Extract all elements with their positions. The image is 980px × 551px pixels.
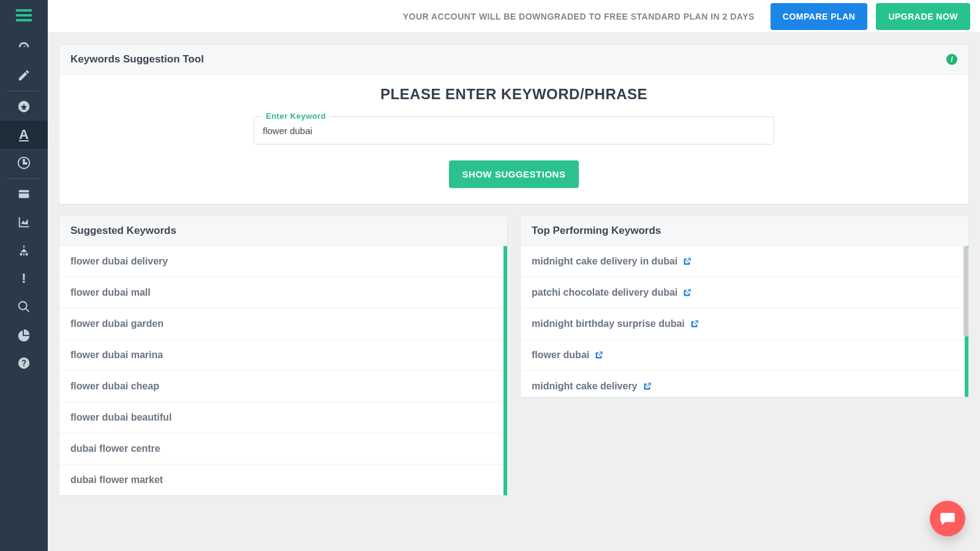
- suggested-keyword-row[interactable]: flower dubai mall: [59, 277, 507, 309]
- keyword-tool-card: Keywords Suggestion Tool i PLEASE ENTER …: [59, 44, 969, 204]
- external-link-icon[interactable]: [682, 288, 692, 298]
- external-link-icon[interactable]: [682, 257, 692, 266]
- suggested-keyword-row[interactable]: flower dubai garden: [59, 309, 507, 340]
- suggested-keyword-row[interactable]: flower dubai delivery: [59, 246, 507, 277]
- chat-icon: [939, 510, 956, 527]
- top-performing-card: Top Performing Keywords midnight cake de…: [520, 216, 969, 397]
- app-root: A !: [0, 0, 980, 551]
- chat-button[interactable]: [930, 501, 965, 536]
- text-icon: A: [19, 128, 29, 141]
- nav-edit[interactable]: [0, 61, 48, 89]
- sitemap-icon: [17, 244, 31, 257]
- keyword-text: flower dubai delivery: [70, 256, 168, 267]
- dashboard-icon: [17, 40, 31, 54]
- search-icon: [17, 300, 31, 313]
- external-link-icon[interactable]: [690, 320, 699, 329]
- top-keyword-row[interactable]: midnight cake delivery in dubai: [521, 246, 968, 277]
- keyword-input-wrap: Enter Keyword: [254, 116, 774, 144]
- keyword-text: patchi chocolate delivery dubai: [532, 287, 677, 298]
- nav-alert[interactable]: !: [0, 264, 48, 293]
- star-icon: [17, 100, 31, 113]
- top-keyword-row[interactable]: midnight cake delivery: [521, 371, 968, 397]
- suggested-keywords-card: Suggested Keywords flower dubai delivery…: [59, 216, 508, 496]
- topbar: YOUR ACCOUNT WILL BE DOWNGRADED TO FREE …: [48, 0, 980, 33]
- top-keyword-row[interactable]: flower dubai: [521, 340, 968, 371]
- results-columns: Suggested Keywords flower dubai delivery…: [59, 216, 969, 496]
- keyword-text: dubai flower market: [70, 474, 163, 485]
- keyword-text: flower dubai garden: [70, 318, 164, 329]
- sidebar: A !: [0, 0, 48, 551]
- nav-divider: [8, 178, 40, 179]
- nav-card[interactable]: [0, 180, 48, 208]
- nav-star[interactable]: [0, 92, 48, 121]
- suggested-keyword-row[interactable]: flower dubai beautiful: [59, 402, 507, 433]
- top-keyword-row[interactable]: midnight birthday surprise dubai: [521, 309, 968, 340]
- nav-search[interactable]: [0, 293, 48, 321]
- compare-plan-button[interactable]: COMPARE PLAN: [771, 3, 868, 30]
- top-performing-list: midnight cake delivery in dubai patchi c…: [521, 246, 968, 397]
- nav-help[interactable]: [0, 349, 48, 377]
- search-heading: PLEASE ENTER KEYWORD/PHRASE: [74, 86, 954, 103]
- alert-icon: !: [21, 272, 26, 285]
- search-area: PLEASE ENTER KEYWORD/PHRASE Enter Keywor…: [59, 75, 968, 204]
- keyword-text: flower dubai mall: [70, 287, 151, 298]
- suggested-keyword-row[interactable]: flower dubai marina: [59, 340, 507, 371]
- info-icon[interactable]: i: [946, 54, 957, 65]
- card-icon: [17, 187, 31, 201]
- hamburger-icon: [16, 9, 32, 21]
- card-title: Keywords Suggestion Tool: [70, 53, 204, 66]
- keyword-text: flower dubai cheap: [70, 381, 159, 392]
- show-suggestions-button[interactable]: SHOW SUGGESTIONS: [449, 160, 579, 188]
- scrollbar-thumb[interactable]: [963, 246, 968, 337]
- suggested-keyword-row[interactable]: dubai flower centre: [59, 433, 507, 465]
- nav-text[interactable]: A: [0, 121, 48, 149]
- clock-icon: [17, 156, 31, 170]
- upgrade-now-button[interactable]: UPGRADE NOW: [876, 3, 970, 30]
- downgrade-warning: YOUR ACCOUNT WILL BE DOWNGRADED TO FREE …: [403, 12, 755, 21]
- nav-dashboard[interactable]: [0, 33, 48, 61]
- nav-history[interactable]: [0, 149, 48, 177]
- suggested-keyword-row[interactable]: flower dubai cheap: [59, 371, 507, 402]
- external-link-icon[interactable]: [594, 351, 603, 360]
- chart-icon: [17, 216, 31, 229]
- external-link-icon[interactable]: [643, 382, 652, 391]
- top-performing-title: Top Performing Keywords: [521, 216, 968, 246]
- nav-divider: [8, 91, 40, 91]
- accent-scrollbar[interactable]: [503, 246, 507, 495]
- suggested-keyword-row[interactable]: dubai flower market: [59, 465, 507, 495]
- keyword-text: dubai flower centre: [70, 443, 160, 454]
- nav-pie[interactable]: [0, 321, 48, 349]
- content-area: Keywords Suggestion Tool i PLEASE ENTER …: [48, 33, 980, 551]
- keyword-text: flower dubai marina: [70, 350, 163, 361]
- nav-chart[interactable]: [0, 208, 48, 236]
- main-column: YOUR ACCOUNT WILL BE DOWNGRADED TO FREE …: [48, 0, 980, 551]
- help-icon: [17, 356, 31, 370]
- keyword-text: midnight cake delivery in dubai: [532, 256, 677, 267]
- nav-sitemap[interactable]: [0, 236, 48, 264]
- keyword-input[interactable]: [254, 116, 774, 144]
- edit-icon: [17, 69, 31, 82]
- suggested-keywords-list: flower dubai delivery flower dubai mall …: [59, 246, 507, 495]
- menu-toggle-button[interactable]: [0, 4, 48, 27]
- keyword-text: midnight birthday surprise dubai: [532, 318, 685, 329]
- nav-list: A !: [0, 33, 48, 377]
- keyword-text: flower dubai: [532, 350, 589, 361]
- top-keyword-row[interactable]: patchi chocolate delivery dubai: [521, 277, 968, 309]
- keyword-text: midnight cake delivery: [532, 381, 638, 392]
- card-header: Keywords Suggestion Tool i: [59, 45, 968, 75]
- keyword-input-label: Enter Keyword: [262, 111, 330, 121]
- suggested-keywords-title: Suggested Keywords: [59, 216, 507, 246]
- pie-icon: [17, 328, 31, 342]
- keyword-text: flower dubai beautiful: [70, 412, 172, 423]
